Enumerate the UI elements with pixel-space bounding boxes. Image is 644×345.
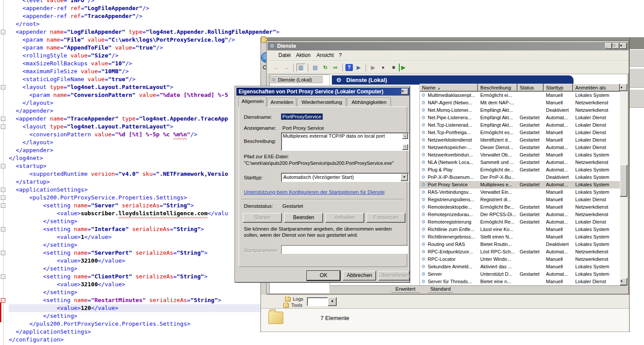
service-row-remoteprozedurau-[interactable]: ⚙Remoteprozedurau...Der RPCSS-Di...Gesta… [420,211,620,218]
show-action-pane-icon[interactable]: ▶ [354,64,363,71]
code-line-5[interactable]: <appender name="LogFileAppender" type="l… [9,28,279,36]
dialog-titlebar[interactable]: Eigenschaften von Port Proxy Service (Lo… [236,88,409,96]
code-line-39[interactable]: <setting name="RestartMinutes" serialize… [9,296,221,304]
fold-marker[interactable]: - [1,251,5,255]
service-row-rpc-locator[interactable]: ⚙RPC-LocatorUnter Windo...ManuellNetzwer… [420,256,620,263]
service-row-routing-und-ras[interactable]: ⚙Routing und RASBietet Routin...Deaktivi… [420,241,620,248]
fold-marker-changed[interactable]: - [1,298,5,302]
explorer-combo-field[interactable] [307,297,328,306]
code-line-42[interactable]: </puls200.PortProxyService.Properties.Se… [9,320,190,328]
ok-button[interactable]: OK [307,271,340,281]
stop-service-icon[interactable]: ■ [379,64,387,71]
code-line-40[interactable]: <value>120</value> [9,304,260,312]
value-dienstname[interactable]: PortProxyService [281,114,323,120]
uebernehmen-button[interactable]: Übernehmen [379,271,410,281]
service-row-server-f-r-threads-[interactable]: ⚙Server für Threads...Bietet eine n...Ma… [420,278,620,285]
service-row-remoteregistrierung[interactable]: ⚙RemoteregistrierungErmöglicht Re...Gest… [420,218,620,226]
tab-anmelden[interactable]: Anmelden [267,98,296,107]
service-row-multimediaklassenpl-[interactable]: ⚙Multimediaklassenpl...Ermöglicht ei...M… [420,92,620,99]
tab-erweitert[interactable]: Erweitert [388,286,423,293]
code-line-14[interactable]: </layout> [9,99,53,107]
show-console-tree-icon[interactable]: ▥ [296,64,305,71]
tab-wiederherstellung[interactable]: Wiederherstellung [297,98,346,107]
service-row-registrierungsdiens-[interactable]: ⚙Registrierungsdiens...Registriert di...… [420,196,620,203]
code-line-36[interactable]: <setting name="ClientPort" serializeAs="… [9,273,208,281]
fold-marker[interactable]: - [1,227,5,231]
code-line-33[interactable]: <setting name="ServerPort" serializeAs="… [9,249,208,257]
code-line-6[interactable]: <param name="File" value="C:\work\logs\P… [9,36,235,44]
code-line-7[interactable]: <param name="AppendToFile" value="true"/… [9,44,163,52]
scroll-down-button[interactable]: ▼ [620,278,627,285]
code-line-16[interactable]: <appender name="TraceAppender" type="log… [9,115,228,123]
menu-ansicht[interactable]: Ansicht [317,52,334,58]
service-row-netzwerkspeicher-[interactable]: ⚙Netzwerkspeicher-...Dieser Dienst...Ges… [420,144,620,151]
abbrechen-button[interactable]: Abbrechen [343,271,376,281]
code-line-12[interactable]: <layout type="log4net.Layout.PatternLayo… [9,83,173,91]
starten-button[interactable]: Starten [243,213,282,223]
code-line-26[interactable]: <puls200.PortProxyService.Properties.Set… [9,194,187,202]
refresh-icon[interactable]: ↻ [321,64,330,71]
code-line-24[interactable]: </startup> [9,178,50,186]
code-line-41[interactable]: </setting> [9,312,77,320]
close-button[interactable]: × [620,43,627,49]
code-line-27[interactable]: <setting name="Server" serializeAs="Stri… [9,202,194,210]
code-line-31[interactable]: <value>1</value> [9,233,112,241]
fold-marker[interactable]: - [1,188,5,192]
tab-abhaengigkeiten[interactable]: Abhängigkeiten [347,98,391,107]
vertical-scrollbar[interactable]: ▲ ▼ [620,84,627,285]
fold-marker[interactable]: - [1,30,5,34]
scroll-up-button[interactable]: ▲ [620,84,627,91]
properties-icon[interactable]: ▤ [311,64,320,71]
description-scroll-up-icon[interactable]: ▲ [402,133,408,139]
anhalten-button[interactable]: Anhalten [325,213,364,223]
service-row-netzwerklistendienst[interactable]: ⚙NetzwerklistendienstIdentifiziert d...G… [420,136,620,144]
code-line-34[interactable]: <value>32100</value> [9,257,125,265]
service-row-sekund-re-anmeld-[interactable]: ⚙Sekundäre Anmeld...Aktiviert das ...Man… [420,263,620,270]
dialog-close-button[interactable]: × [401,89,408,95]
column-header-anmelden-als[interactable]: Anmelden als [573,84,620,92]
back-icon[interactable]: ← [272,64,281,71]
code-line-37[interactable]: <value>32100</value> [9,281,125,288]
fold-marker[interactable]: - [1,117,5,121]
service-row-port-proxy-service[interactable]: ⚙Port Proxy ServiceMultiplexes e...Gesta… [420,181,620,189]
code-line-9[interactable]: <maxSizeRollBackups value="10"/> [9,60,132,68]
code-line-43[interactable]: </applicationSettings> [9,328,91,336]
service-row-netzwerkverbindun-[interactable]: ⚙Netzwerkverbindun...Verwaltet Ob...Gest… [420,151,620,159]
code-line-4[interactable]: </root> [9,20,39,28]
code-line-29[interactable]: </setting> [9,217,77,225]
code-line-20[interactable]: </appender> [9,146,53,154]
code-line-2[interactable]: <appender-ref ref="LogFileAppender"/> [9,4,149,12]
code-line-15[interactable]: </appender> [9,107,53,115]
starttyp-dropdown-icon[interactable]: ▼ [401,174,408,181]
code-line-18[interactable]: <conversionPattern value="%d [%t] %-5p %… [9,131,197,139]
description-box[interactable]: Multiplexes external TCP/IP data on loca… [281,132,409,151]
code-line-10[interactable]: <maximumFileSize value="10MB"/> [9,68,129,75]
column-header-name[interactable]: Name▲ [420,84,478,92]
forward-icon[interactable]: → [282,64,291,71]
service-row-server[interactable]: ⚙ServerUnterstützt D...GestartetAutomat.… [420,270,620,278]
column-header-starttyp[interactable]: Starttyp [544,84,573,92]
beenden-button[interactable]: Beenden [284,213,323,223]
code-line-28[interactable]: <value>subscriber.lloydslistintelligence… [9,210,228,217]
code-line-32[interactable]: </setting> [9,241,77,249]
service-row-rpc-endpunktzuor-[interactable]: ⚙RPC-Endpunktzuor...Löst RPC-Sch...Gesta… [420,248,620,256]
description-scroll-down-icon[interactable]: ▼ [402,144,408,150]
startoptions-help-link[interactable]: Unterstützung beim Konfigurieren der Sta… [244,189,385,195]
tab-allgemein[interactable]: Allgemein [239,97,267,107]
service-row-plug-play[interactable]: ⚙Plug & PlayErmöglicht de...GestartetAut… [420,166,620,174]
fold-marker[interactable]: - [1,85,5,89]
startparameter-input[interactable] [281,245,408,254]
scroll-thumb[interactable] [620,165,627,197]
code-line-1[interactable]: <level value="INFO"/> [9,0,95,4]
service-row-net-tcp-listenerad-[interactable]: ⚙Net.Tcp-Listenerad...Empfängt Akt...Ges… [420,121,620,129]
code-line-11[interactable]: <staticLogFileName value="true"/> [9,75,136,83]
code-line-21[interactable]: </log4net> [9,154,43,162]
code-line-17[interactable]: <layout type="log4net.Layout.PatternLayo… [9,123,173,131]
fold-marker[interactable]: - [1,274,5,279]
code-line-23[interactable]: <supportedRuntime version="v4.0" sku=".N… [9,170,228,178]
help-icon[interactable]: ? [345,64,353,71]
menu-aktion[interactable]: Aktion [296,52,310,58]
service-row-nla-network-loca-[interactable]: ⚙NLA (Network Loca...Sammelt und ...Gest… [420,159,620,166]
code-line-30[interactable]: <setting name="Interface" serializeAs="S… [9,225,204,233]
code-line-38[interactable]: </setting> [9,288,77,296]
